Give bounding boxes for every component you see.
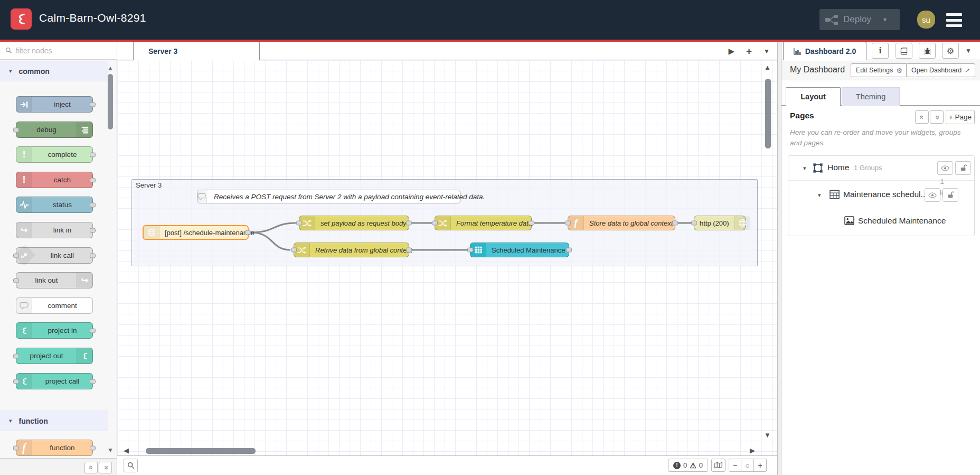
port-output[interactable] [90, 328, 96, 333]
tab-layout[interactable]: Layout [786, 87, 841, 106]
expand-all-pages-button[interactable]: « [930, 110, 944, 124]
navigator-map-button[interactable] [711, 459, 725, 472]
flow-node-ui-table[interactable]: Scheduled Maintenance [470, 243, 569, 257]
settings-button[interactable]: ⚙ [942, 43, 959, 59]
palette-scrollbar-thumb[interactable] [108, 74, 113, 129]
port-input[interactable] [13, 379, 19, 384]
flow-canvas[interactable]: Server 3 Receives a POST request from Se… [117, 60, 777, 455]
port-input[interactable] [13, 278, 19, 283]
group-visibility-button[interactable] [925, 188, 940, 202]
sidebar-resize-handle[interactable] [777, 42, 781, 475]
bug-button[interactable] [919, 43, 936, 59]
sidebar-tab-row: Dashboard 2.0 i ⚙ ▼ [781, 42, 980, 60]
palette-node-debug[interactable]: debug [16, 122, 93, 138]
chevron-down-icon[interactable]: ▾ [818, 192, 821, 199]
deploy-dropdown-caret[interactable]: ▾ [883, 16, 887, 23]
port-input[interactable] [13, 127, 19, 132]
open-dashboard-button[interactable]: Open Dashboard ↗ [906, 63, 975, 77]
palette-category-function[interactable]: ▾ function [0, 411, 108, 431]
palette-node-project-call[interactable]: project call [16, 373, 93, 389]
port-output[interactable] [406, 248, 412, 253]
flow-node-http-in[interactable]: [post] /schedule-maintenance [143, 225, 249, 240]
port-output[interactable] [672, 221, 678, 226]
palette-scroll-down-arrow[interactable]: ▼ [107, 446, 114, 454]
port-output[interactable] [90, 202, 96, 207]
port-input[interactable] [296, 221, 302, 226]
comment-node[interactable]: Receives a POST request from Server 2 wi… [197, 190, 460, 203]
user-avatar[interactable]: su [917, 11, 935, 29]
palette-node-status[interactable]: status [16, 197, 93, 213]
port-output[interactable] [90, 379, 96, 384]
zoom-in-button[interactable]: + [754, 459, 767, 472]
port-input[interactable] [291, 248, 297, 253]
main-menu-button[interactable] [946, 13, 962, 27]
warning-icon: ⚠ [690, 461, 696, 470]
flow-tab-server-3[interactable]: Server 3 [133, 42, 260, 60]
tree-row-widget-scheduled-maintenance[interactable]: Scheduled Maintenance [788, 209, 974, 236]
port-output[interactable] [529, 221, 534, 226]
help-book-button[interactable] [896, 43, 912, 59]
port-input[interactable] [691, 221, 697, 226]
node-red-logo [11, 8, 32, 30]
notification-counts[interactable]: ! 0 ⚠ 0 [668, 459, 708, 472]
palette-node-complete[interactable]: ! complete [16, 146, 93, 163]
port-input[interactable] [432, 221, 438, 226]
tab-theming[interactable]: Theming [842, 87, 900, 106]
pages-hint-text: Here you can re-order and move your widg… [790, 127, 974, 148]
zoom-reset-button[interactable]: ○ [741, 459, 754, 472]
palette-node-catch[interactable]: ! catch [16, 172, 93, 188]
flow-node-function-store[interactable]: f Store data to global context [568, 216, 675, 230]
port-output[interactable] [406, 221, 412, 226]
flow-node-change-set-payload[interactable]: set payload as request body [299, 216, 409, 230]
flow-node-change-format[interactable]: Format temperature data. [435, 216, 532, 230]
port-input[interactable] [13, 353, 19, 358]
port-input[interactable] [13, 253, 19, 258]
sidebar-menu-caret[interactable]: ▼ [965, 47, 972, 54]
tree-row-group-maintenance[interactable]: ▾ Maintenance schedul... 1 Widgets [788, 181, 974, 209]
flow-node-http-response[interactable]: http (200) [694, 216, 746, 230]
port-output[interactable] [90, 102, 96, 107]
port-output[interactable] [566, 248, 572, 253]
palette-expand-all-button[interactable]: « [99, 462, 112, 473]
palette-node-inject[interactable]: inject [16, 96, 93, 113]
port-output[interactable] [245, 230, 251, 235]
palette-node-project-in[interactable]: project in [16, 322, 93, 339]
page-icon [813, 163, 823, 173]
info-button[interactable]: i [872, 43, 889, 59]
page-lock-button[interactable] [955, 161, 971, 175]
palette-node-project-out[interactable]: project out [16, 348, 93, 364]
collapse-all-pages-button[interactable]: « [915, 110, 929, 124]
edit-settings-button[interactable]: Edit Settings ⚙ [851, 63, 908, 77]
port-output[interactable] [90, 152, 96, 157]
palette-collapse-all-button[interactable]: « [84, 462, 98, 473]
tab-scroll-right-icon[interactable]: ▶ [728, 46, 734, 56]
port-input[interactable] [467, 248, 473, 253]
port-input[interactable] [565, 221, 571, 226]
canvas-search-button[interactable] [124, 459, 138, 472]
port-output[interactable] [90, 228, 96, 232]
eye-icon [941, 165, 949, 171]
palette-node-function[interactable]: f function [16, 440, 93, 456]
palette-scroll-up-arrow[interactable]: ▲ [107, 64, 114, 72]
zoom-out-button[interactable]: − [729, 459, 741, 472]
palette-filter-input[interactable] [16, 46, 95, 55]
palette-node-comment[interactable]: comment [16, 297, 93, 314]
palette-category-common[interactable]: ▾ common [0, 61, 108, 81]
add-page-button[interactable]: + Page [946, 110, 975, 124]
deploy-button[interactable]: Deploy ▾ [819, 9, 900, 30]
palette-node-link-in[interactable]: ↪ link in [16, 222, 93, 238]
palette-node-link-out[interactable]: link out ↪ [16, 272, 93, 288]
port-output[interactable] [90, 445, 96, 450]
port-output[interactable] [90, 253, 96, 258]
palette-search[interactable] [0, 42, 117, 60]
port-input[interactable] [13, 445, 19, 450]
group-lock-button[interactable] [943, 188, 958, 202]
flow-node-change-retrieve[interactable]: Retrive data from global context [294, 243, 409, 257]
port-output[interactable] [90, 178, 96, 182]
palette-node-link-call[interactable]: ↪ link call [16, 247, 93, 264]
page-visibility-button[interactable] [937, 161, 953, 175]
add-flow-button[interactable]: + [746, 45, 752, 57]
flow-list-caret[interactable]: ▼ [764, 48, 770, 55]
chevron-down-icon[interactable]: ▾ [803, 165, 806, 172]
sidebar-tab-dashboard[interactable]: Dashboard 2.0 [783, 42, 866, 60]
